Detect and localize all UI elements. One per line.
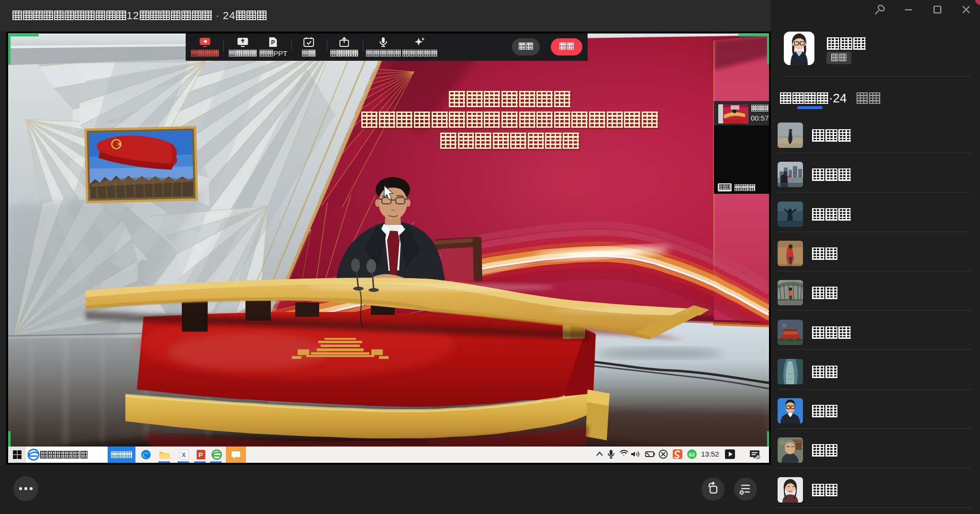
svg-text:P: P bbox=[271, 39, 275, 46]
svg-text:X: X bbox=[182, 451, 186, 458]
svg-text:13:52: 13:52 bbox=[701, 450, 719, 458]
svg-text:63: 63 bbox=[689, 452, 695, 458]
svg-text:P: P bbox=[199, 451, 203, 458]
